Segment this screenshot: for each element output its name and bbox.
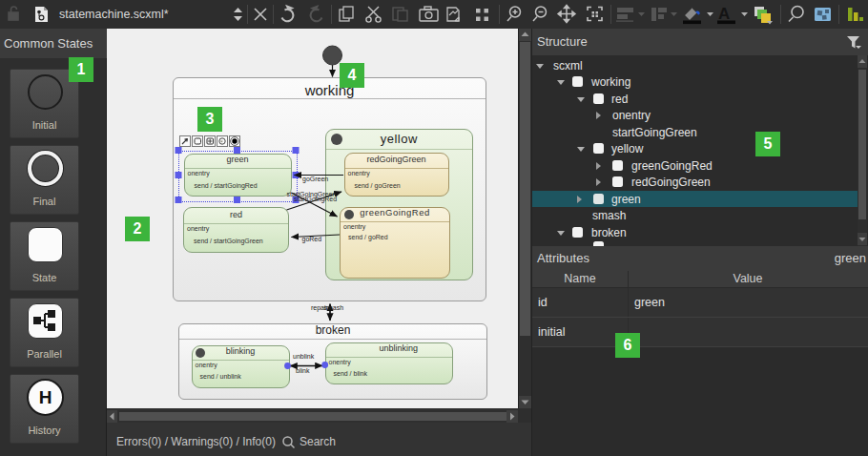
svg-text:A: A <box>718 5 730 23</box>
svg-text:statemachine.scxml*: statemachine.scxml* <box>59 8 169 21</box>
